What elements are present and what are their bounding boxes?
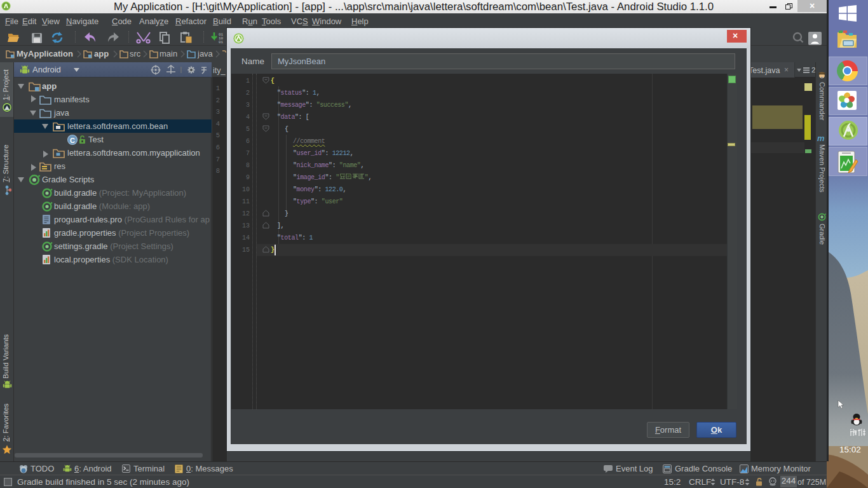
svg-text:C: C: [70, 137, 75, 144]
svg-text:01: 01: [219, 40, 224, 44]
